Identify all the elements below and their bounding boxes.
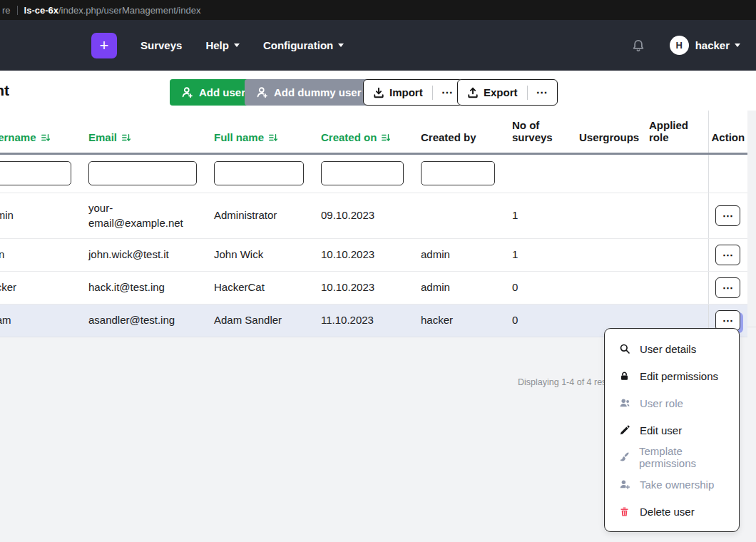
cell-surveys: 0 xyxy=(504,272,571,305)
nav-configuration[interactable]: Configuration xyxy=(263,39,344,51)
main-navbar: + Surveys Help Configuration H hacker xyxy=(0,20,756,71)
cell-email: hack.it@test.ing xyxy=(80,272,205,305)
row-actions-button[interactable]: ⋯ xyxy=(715,277,740,298)
titlebar-path: /index.php/userManagement/index xyxy=(58,5,200,16)
cell-usergroups xyxy=(571,193,640,239)
export-split-button: Export ⋯ xyxy=(457,79,558,106)
user-role-icon xyxy=(618,397,630,409)
cell-created-on: 09.10.2023 xyxy=(312,193,412,239)
menu-item-edit-user[interactable]: Edit user xyxy=(605,416,739,444)
avatar[interactable]: H xyxy=(670,36,689,55)
table-header-row: Username Email Full name Created on Crea… xyxy=(0,111,747,154)
row-actions-button[interactable]: ⋯ xyxy=(715,245,740,265)
filter-email-input[interactable] xyxy=(88,161,197,185)
table-right-gutter xyxy=(747,111,756,327)
cell-applied-role xyxy=(640,239,708,272)
cell-surveys: 1 xyxy=(504,193,571,239)
row-actions-menu: User details Edit permissions User role … xyxy=(604,328,740,532)
add-user-button[interactable]: Add user xyxy=(170,79,257,106)
trash-icon xyxy=(618,506,630,517)
cell-created-by: admin xyxy=(412,239,504,272)
titlebar-prefix: re xyxy=(2,5,11,16)
cell-surveys: 1 xyxy=(504,239,571,272)
cell-created-on: 10.10.2023 xyxy=(312,239,412,272)
menu-item-user-role[interactable]: User role xyxy=(605,389,739,416)
column-header-created-on[interactable]: Created on xyxy=(312,111,412,154)
download-icon xyxy=(373,87,384,98)
add-dummy-user-button[interactable]: Add dummy user xyxy=(245,79,373,106)
titlebar-divider xyxy=(17,6,18,15)
cell-created-by xyxy=(412,193,504,239)
cell-created-on: 10.10.2023 xyxy=(312,272,412,305)
users-table: Username Email Full name Created on Crea… xyxy=(0,111,747,337)
menu-item-delete-user[interactable]: Delete user xyxy=(605,498,739,525)
row-actions-button[interactable]: ⋯ xyxy=(715,205,740,226)
sort-icon xyxy=(268,133,278,143)
import-button[interactable]: Import xyxy=(364,80,432,105)
cell-username: hacker xyxy=(0,272,80,305)
chevron-down-icon xyxy=(735,44,740,47)
person-add-icon xyxy=(181,86,193,98)
sort-icon xyxy=(41,133,51,143)
cell-username: adam xyxy=(0,305,80,337)
export-more-button[interactable]: ⋯ xyxy=(528,86,557,99)
window-titlebar: re ls-ce-6x /index.php/userManagement/in… xyxy=(0,0,756,20)
table-row[interactable]: hacker hack.it@test.ing HackerCat 10.10.… xyxy=(0,272,747,305)
filter-created-on-input[interactable] xyxy=(321,161,404,185)
menu-item-user-details[interactable]: User details xyxy=(605,335,739,362)
cell-created-on: 11.10.2023 xyxy=(312,305,412,337)
table-filter-row xyxy=(0,154,747,193)
upload-icon xyxy=(467,87,479,98)
nav-help[interactable]: Help xyxy=(205,39,240,51)
user-plus-icon xyxy=(618,479,630,490)
sort-icon xyxy=(121,133,131,143)
cell-full-name: Adam Sandler xyxy=(205,305,312,337)
user-menu[interactable]: hacker xyxy=(695,39,740,51)
column-header-username[interactable]: Username xyxy=(0,111,80,154)
cell-email: asandler@test.ing xyxy=(80,305,205,337)
brush-icon xyxy=(618,451,630,463)
column-header-surveys: No of surveys xyxy=(504,111,571,154)
sort-icon xyxy=(381,133,391,143)
chevron-down-icon xyxy=(234,44,240,47)
column-header-usergroups: Usergroups xyxy=(571,111,640,154)
cell-usergroups xyxy=(571,239,640,272)
column-header-full-name[interactable]: Full name xyxy=(205,111,312,154)
export-button[interactable]: Export xyxy=(458,80,527,105)
column-header-action: Action xyxy=(708,111,747,154)
menu-item-take-ownership[interactable]: Take ownership xyxy=(605,471,739,498)
filter-created-by-input[interactable] xyxy=(421,161,495,185)
cell-created-by: admin xyxy=(412,272,504,305)
page-title: User management xyxy=(0,82,9,103)
filter-full-name-input[interactable] xyxy=(214,161,304,185)
cell-applied-role xyxy=(640,193,708,239)
person-add-icon xyxy=(256,86,268,98)
cell-username: john xyxy=(0,239,80,272)
chevron-down-icon xyxy=(338,44,344,47)
cell-applied-role xyxy=(640,272,708,305)
cell-email: your-email@example.net xyxy=(80,193,205,239)
menu-item-edit-permissions[interactable]: Edit permissions xyxy=(605,362,739,389)
lock-icon xyxy=(618,371,630,382)
pencil-icon xyxy=(618,425,630,436)
column-header-created-by: Created by xyxy=(412,111,504,154)
cell-surveys: 0 xyxy=(504,305,571,337)
cell-usergroups xyxy=(571,272,640,305)
filter-username-input[interactable] xyxy=(0,161,71,185)
column-header-email[interactable]: Email xyxy=(80,111,205,154)
column-header-applied-role: Applied role xyxy=(640,111,708,154)
cell-email: john.wick@test.it xyxy=(80,239,205,272)
search-icon xyxy=(618,343,630,354)
titlebar-host: ls-ce-6x xyxy=(24,5,58,16)
cell-full-name: John Wick xyxy=(205,239,312,272)
cell-full-name: HackerCat xyxy=(205,272,312,305)
table-row[interactable]: admin your-email@example.net Administrat… xyxy=(0,193,747,239)
table-row[interactable]: john john.wick@test.it John Wick 10.10.2… xyxy=(0,239,747,272)
menu-item-template-permissions[interactable]: Template permissions xyxy=(605,444,739,471)
cell-username: admin xyxy=(0,193,80,239)
create-survey-button[interactable]: + xyxy=(91,33,117,58)
nav-surveys[interactable]: Surveys xyxy=(141,39,182,51)
notifications-bell-icon[interactable] xyxy=(631,39,645,53)
cell-created-by: hacker xyxy=(412,305,504,337)
import-split-button: Import ⋯ xyxy=(363,79,463,106)
